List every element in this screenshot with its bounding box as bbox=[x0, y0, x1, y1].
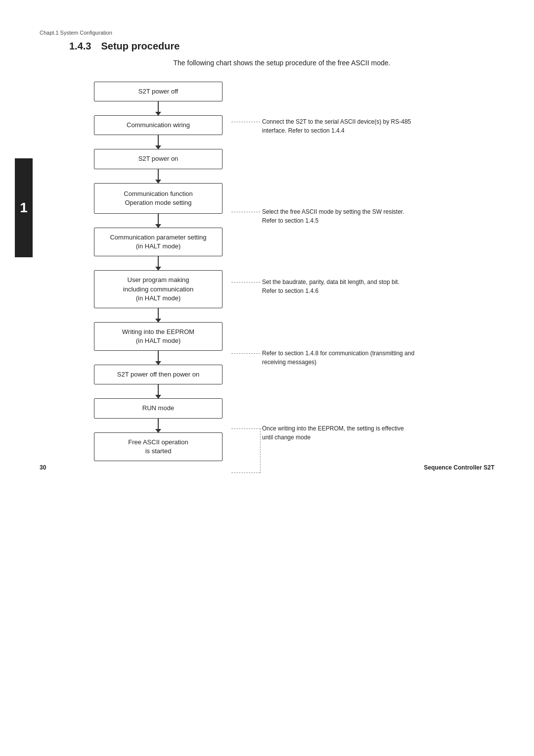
arrow-7 bbox=[158, 351, 159, 365]
flowchart: S2T power off Communication wiring S2T p… bbox=[89, 82, 227, 461]
arrow-4 bbox=[158, 214, 159, 228]
section-number: 1.4.3 bbox=[69, 41, 91, 52]
note-5: Set the baudrate, parity, data bit lengt… bbox=[262, 278, 415, 295]
flow-step-8: S2T power off then power on bbox=[94, 365, 222, 384]
flow-step-6: User program making including communicat… bbox=[94, 270, 222, 308]
flow-step-7: Writing into the EEPROM (in HALT mode) bbox=[94, 322, 222, 351]
page-footer: 30 Sequence Controller S2T bbox=[40, 464, 494, 471]
arrow-1 bbox=[158, 101, 159, 115]
note-7: Once writing into the EEPROM, the settin… bbox=[262, 424, 415, 442]
note-4: Select the free ASCII mode by setting th… bbox=[262, 207, 415, 225]
arrow-8 bbox=[158, 384, 159, 398]
page: Chapt.1 System Configuration 1.4.3 Setup… bbox=[0, 0, 534, 491]
page-number: 30 bbox=[40, 464, 46, 471]
flow-step-3: S2T power on bbox=[94, 149, 222, 169]
flow-step-5: Communication parameter setting (in HALT… bbox=[94, 228, 222, 256]
note-6: Refer to section 1.4.8 for communication… bbox=[262, 349, 415, 367]
product-name: Sequence Controller S2T bbox=[424, 464, 494, 471]
flow-step-1: S2T power off bbox=[94, 82, 222, 101]
arrow-2 bbox=[158, 135, 159, 149]
arrow-3 bbox=[158, 169, 159, 183]
flow-step-9: RUN mode bbox=[94, 398, 222, 418]
flow-step-4: Communication function Operation mode se… bbox=[94, 183, 222, 214]
breadcrumb: Chapt.1 System Configuration bbox=[40, 30, 494, 36]
flow-step-10: Free ASCII operation is started bbox=[94, 432, 222, 461]
subtitle: The following chart shows the setup proc… bbox=[69, 59, 494, 67]
sidebar-tab: 1 bbox=[15, 158, 33, 257]
section-title: Setup procedure bbox=[101, 41, 179, 52]
flow-step-2: Communication wiring bbox=[94, 115, 222, 135]
arrow-6 bbox=[158, 308, 159, 322]
note-2: Connect the S2T to the serial ASCII devi… bbox=[262, 117, 415, 135]
arrow-9 bbox=[158, 419, 159, 432]
arrow-5 bbox=[158, 256, 159, 270]
